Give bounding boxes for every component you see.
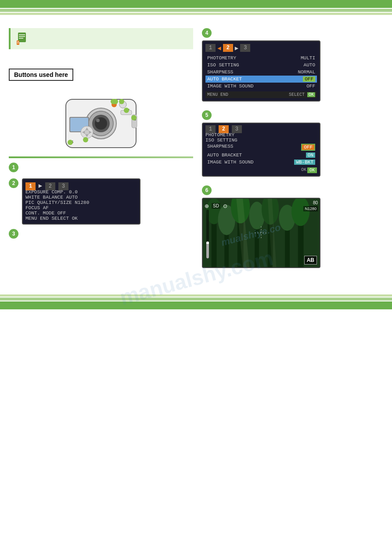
s5-val-sharpness: OFF [301, 144, 315, 151]
s5-label-sharpness: SHARPNESS [207, 144, 233, 151]
camera-illustration: 1 2 3 4 5 6 7 [53, 86, 149, 152]
s5-sharpness: SHARPNESS OFF [205, 143, 317, 152]
s4-tab-1: 1 [205, 44, 216, 52]
step-5-area: 5 1 2 3 PHOTOMETRY ISO SETTING SHARPNESS [202, 110, 383, 177]
row-cont: CONT. MODE OFF [25, 210, 137, 216]
s5-label-photometry: PHOTOMETRY [205, 132, 234, 138]
val-exposure: 0.0 [69, 189, 78, 195]
label-wb: WHITE BALANCE [25, 195, 63, 200]
s4-label-iso: ISO SETTING [207, 62, 239, 68]
s4-tab-3: 3 [240, 44, 250, 52]
left-column: Buttons used here [9, 28, 193, 277]
step-6-area: 6 [202, 185, 383, 268]
s4-iso: ISO SETTING AUTO [205, 62, 317, 69]
header-bar-medium [0, 9, 392, 12]
val-wb: AUTO [66, 195, 77, 200]
s4-autobracket: AUTO BRACKET OFF [205, 76, 317, 83]
s5-iso: ISO SETTING [205, 138, 317, 143]
screen-step4: 1 ◀ 2 ▶ 3 PHOTOMETRY MULTI ISO SETTING A… [202, 40, 320, 102]
row-exposure: EXPOSURE COMP. 0.0 [25, 189, 137, 195]
label-pic: PIC QUALITY/SIZE [25, 200, 72, 205]
right-column: 4 1 ◀ 2 ▶ 3 PHOTOMETRY MULTI ISO SETTING… [202, 28, 383, 277]
step-2-row: 2 1 ▶ 2 3 EXPOSURE COMP. 0.0 WHITE B [9, 178, 193, 225]
s4-val-image-sound: OFF [306, 83, 315, 89]
s4-val-iso: AUTO [304, 62, 315, 68]
s5-autobracket: AUTO BRACKET ON [205, 152, 317, 159]
row-focus: FOCUS AF [25, 205, 137, 210]
label-focus: FOCUS [25, 205, 40, 210]
s4-tab-2-active: 2 [223, 44, 233, 52]
s4-label-autobracket: AUTO BRACKET [207, 76, 242, 82]
s5-photometry: PHOTOMETRY [205, 132, 317, 138]
step-2-num: 2 [9, 178, 18, 188]
s4-label-image-sound: IMAGE WITH SOUND [207, 83, 254, 89]
svg-rect-6 [17, 43, 19, 44]
step-6-num: 6 [202, 185, 212, 195]
svg-point-37 [113, 99, 118, 104]
step-4-num: 4 [202, 28, 212, 38]
flash-icon: ⊕ [205, 203, 209, 209]
s5-bottom-bar: OK OK [205, 167, 317, 173]
s4-arrow-left: ◀ [217, 44, 221, 52]
step-3-num: 3 [9, 229, 18, 239]
s5-val-autobracket: ON [306, 152, 315, 158]
shot-count: 80 [313, 200, 318, 205]
step-5-num: 5 [202, 110, 212, 120]
s4-val-photometry: MULTI [301, 55, 315, 61]
s5-label-iso: ISO SETTING [205, 138, 237, 143]
svg-point-12 [96, 119, 100, 122]
s4-image-sound: IMAGE WITH SOUND OFF [205, 83, 317, 90]
photo-screen: ⊕ SD ⊙ 80 N1280 [202, 198, 320, 268]
s4-label-sharpness: SHARPNESS [207, 69, 233, 75]
photo-top-icons: ⊕ SD ⊙ 80 N1280 [205, 200, 318, 211]
row-wb: WHITE BALANCE AUTO [25, 195, 137, 200]
sd-label: SD [212, 203, 220, 209]
svg-point-31 [85, 130, 89, 134]
svg-point-36 [68, 140, 73, 145]
label-exposure: EXPOSURE COMP. [25, 189, 66, 195]
s4-bottom-bar: MENU END SELECT OK [205, 91, 317, 98]
s5-label-image-sound: IMAGE WITH SOUND [207, 160, 254, 165]
s5-ok-btn: OK [307, 167, 317, 173]
s5-val-image-sound: WB-BKT [294, 160, 315, 165]
s4-label-photometry: PHOTOMETRY [207, 55, 236, 61]
svg-rect-2 [19, 36, 25, 37]
svg-point-32 [119, 99, 124, 104]
svg-rect-1 [19, 34, 25, 35]
note-box [9, 28, 193, 49]
screen-step2: 1 ▶ 2 3 EXPOSURE COMP. 0.0 WHITE BALANCE… [22, 178, 140, 225]
bottom-bar-s2: MENU END SELECT OK [25, 216, 137, 221]
s4-arrow-right: ▶ [235, 44, 238, 52]
note-icon [16, 32, 28, 46]
svg-point-35 [83, 137, 88, 142]
val-pic: N1280 [75, 200, 89, 205]
step-4-area: 4 1 ◀ 2 ▶ 3 PHOTOMETRY MULTI ISO SETTING… [202, 28, 383, 102]
buttons-used-label: Buttons used here [14, 71, 68, 78]
s4-sharpness: SHARPNESS NORMAL [205, 69, 317, 76]
header-bar-green [0, 0, 392, 8]
divider-green [9, 156, 193, 158]
svg-point-38 [124, 108, 129, 113]
svg-point-34 [131, 115, 137, 120]
buttons-used-box: Buttons used here [9, 69, 73, 81]
val-cont: OFF [58, 210, 66, 216]
step-1-num: 1 [9, 163, 18, 172]
svg-rect-3 [19, 38, 23, 39]
svg-rect-5 [17, 41, 19, 42]
screen-step5: 1 2 3 PHOTOMETRY ISO SETTING SHARPNESS O… [202, 123, 320, 177]
quality-badge: N1280 [303, 206, 318, 211]
step-3-row: 3 [9, 229, 193, 240]
s4-val-autobracket: OFF [303, 76, 315, 82]
arrow-right: ▶ [39, 182, 42, 189]
s5-image-sound: IMAGE WITH SOUND WB-BKT [205, 159, 317, 166]
ab-badge: AB [304, 256, 317, 265]
step-2-content: 1 ▶ 2 3 EXPOSURE COMP. 0.0 WHITE BALANCE… [22, 178, 193, 225]
select-ok-label: SELECT OK [51, 216, 77, 221]
row-pic: PIC QUALITY/SIZE N1280 [25, 200, 137, 205]
val-focus: AF [43, 205, 49, 210]
s5-ok-label: OK [301, 167, 306, 173]
s5-label-autobracket: AUTO BRACKET [207, 152, 242, 158]
step-1-row: 1 [9, 163, 193, 174]
label-cont: CONT. MODE [25, 210, 54, 216]
s4-photometry: PHOTOMETRY MULTI [205, 54, 317, 62]
